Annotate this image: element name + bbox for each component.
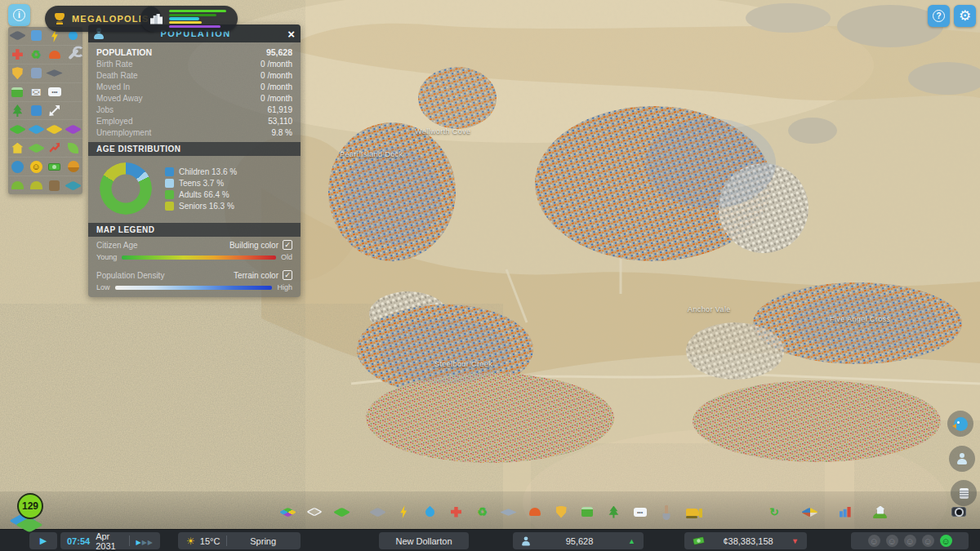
electricity-button[interactable] [392,500,415,524]
toolbar-photo-group [947,500,973,524]
districts-icon [65,125,82,135]
infoview-storage[interactable] [27,102,46,120]
economy-button[interactable]: ↻ [763,500,786,524]
stat-label: Unemployment [96,128,151,137]
population-pill[interactable]: 95,628 ▲ [513,532,644,549]
play-pause-button[interactable]: ▶ [29,532,57,549]
infoview-post[interactable]: ✉ [27,83,46,101]
time-pill[interactable]: 07:54 Apr 2031 ▶▶▶ [60,532,160,549]
settings-button[interactable]: ⚙ [954,5,976,27]
game-date: Apr 2031 [96,531,122,551]
infoview-garbage[interactable]: ♻ [27,46,46,64]
garbage-icon: ♻ [477,506,488,518]
farmland-icon [30,181,42,189]
close-icon[interactable]: × [287,28,295,40]
infoview-residential[interactable] [8,139,27,157]
workplaces-icon [68,161,79,172]
happiness-pill[interactable]: ☺☺☺☺☺ [851,532,969,549]
infoview-education[interactable] [46,64,65,82]
bulldozer-button[interactable] [681,500,704,524]
police-button[interactable] [550,500,572,524]
infoview-water-map[interactable] [27,120,46,138]
milestone-name: MEGALOPOLIS [72,14,149,24]
infoview-zones[interactable] [46,120,65,138]
infoview-police[interactable] [8,64,27,82]
water-sewage-button[interactable] [418,500,441,524]
infoview-transportation[interactable] [8,83,27,101]
healthcare-button[interactable] [444,500,467,524]
legend-checkbox[interactable]: ✓ [283,240,292,250]
legend-label: Population Density [96,271,164,280]
statistics-button[interactable] [834,500,857,524]
sim-speed-control[interactable]: ▶▶▶ [136,536,154,546]
legend-text: Teens 3.7 % [179,179,224,188]
speed-arrow-3[interactable]: ▶ [148,539,153,546]
empty-cell [64,83,82,101]
infoview-parks[interactable] [8,102,27,120]
roads-button[interactable] [366,500,389,524]
weather-pill[interactable]: ☀ 15°C Spring [178,532,301,549]
legend-text: Adults 66.4 % [179,190,229,199]
speed-arrow-2[interactable]: ▶ [142,539,147,546]
infoview-economy[interactable] [46,139,65,157]
education-button[interactable] [497,500,520,524]
chirper-button[interactable] [947,411,973,437]
info-button[interactable]: i [8,4,30,26]
play-icon: ▶ [40,535,47,546]
infoview-roads[interactable] [8,27,27,45]
legend-checkbox[interactable]: ✓ [283,270,292,280]
legend-swatch [165,190,174,199]
garbage-button[interactable]: ♻ [471,500,494,524]
infoview-administration[interactable] [27,64,46,82]
infoview-maintenance[interactable] [64,46,82,64]
infoview-tourism[interactable] [8,158,27,176]
communications-button[interactable]: ••• [629,500,652,524]
xp-bar [169,14,216,16]
zoning-icon [278,507,296,517]
infoview-industry[interactable] [27,139,46,157]
infoview-fishing[interactable] [64,176,82,194]
map-overview-button[interactable] [798,500,821,524]
districts-button[interactable] [303,500,326,524]
divider [129,535,130,546]
trophy-icon [55,13,65,20]
city-information-button[interactable] [869,500,892,524]
infoview-money[interactable] [46,158,65,176]
parks-recreation-icon [608,506,619,518]
infoview-farmland[interactable] [27,176,46,194]
infoview-healthcare[interactable] [8,46,27,64]
infoview-districts[interactable] [64,120,82,138]
infoview-telecom[interactable]: ••• [46,83,65,101]
infoview-happiness[interactable]: ☺ [27,158,46,176]
fire-rescue-button[interactable] [523,500,546,524]
stat-row: Jobs61,919 [88,104,301,115]
infoview-wildlife[interactable] [46,176,65,194]
zoning-button[interactable] [276,500,299,524]
landscaping-button[interactable] [655,500,678,524]
age-legend-item: Seniors 16.3 % [165,202,237,211]
population-panel: POPULATION × POPULATION95,628Birth Rate0… [88,24,301,297]
transportation-icon [581,507,593,517]
legend-label: Citizen Age [96,241,138,250]
money-pill[interactable]: ¢38,383,158 ▼ [684,532,807,549]
infoview-electricity[interactable] [27,27,46,45]
infoview-terrain[interactable] [8,120,27,138]
infoview-greenery[interactable] [64,139,82,157]
wildlife-icon [49,180,60,191]
infoview-nature[interactable] [8,176,27,194]
follow-citizen-button[interactable] [949,446,975,472]
stat-label: Birth Rate [96,60,132,69]
photo-mode-button[interactable] [947,500,970,524]
areas-icon [332,507,350,517]
parks-recreation-button[interactable] [602,500,625,524]
milestone-level-badge[interactable]: 129 [11,493,49,532]
help-button[interactable]: ? [928,5,950,27]
city-name-pill[interactable]: New Dollarton [379,532,469,549]
speed-arrow-1[interactable]: ▶ [136,539,141,546]
infoview-fire-safety[interactable] [46,46,65,64]
areas-button[interactable] [330,500,353,524]
infoview-workplaces[interactable] [64,158,82,176]
xp-progress-pill[interactable] [140,6,238,32]
transportation-button[interactable] [576,500,599,524]
infoview-routes[interactable] [46,102,65,120]
